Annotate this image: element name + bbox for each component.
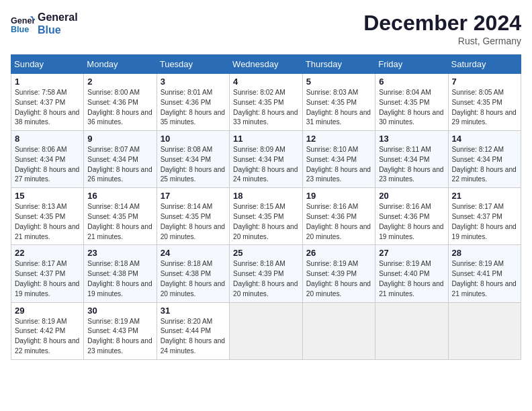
day-number: 24 [161, 248, 226, 258]
day-info: Sunrise: 8:18 AM Sunset: 4:39 PM Dayligh… [233, 259, 299, 299]
calendar-cell: 1 Sunrise: 7:58 AM Sunset: 4:37 PM Dayli… [11, 74, 84, 131]
calendar-cell: 31 Sunrise: 8:20 AM Sunset: 4:44 PM Dayl… [157, 302, 229, 359]
day-number: 14 [452, 134, 518, 144]
day-info: Sunrise: 8:03 AM Sunset: 4:35 PM Dayligh… [306, 88, 371, 128]
day-number: 13 [379, 134, 444, 144]
day-number: 6 [379, 77, 444, 87]
calendar-cell [375, 302, 448, 359]
title-area: December 2024 Rust, Germany [363, 11, 521, 46]
day-info: Sunrise: 8:19 AM Sunset: 4:41 PM Dayligh… [452, 259, 518, 299]
calendar-cell: 19 Sunrise: 8:16 AM Sunset: 4:36 PM Dayl… [302, 188, 375, 245]
calendar-cell: 20 Sunrise: 8:16 AM Sunset: 4:36 PM Dayl… [375, 188, 448, 245]
day-number: 22 [15, 248, 80, 258]
day-number: 19 [306, 191, 371, 201]
day-number: 9 [87, 134, 152, 144]
day-info: Sunrise: 8:07 AM Sunset: 4:34 PM Dayligh… [87, 145, 152, 185]
calendar-cell: 28 Sunrise: 8:19 AM Sunset: 4:41 PM Dayl… [448, 245, 521, 302]
logo-blue: Blue [38, 24, 78, 36]
calendar-week-1: 1 Sunrise: 7:58 AM Sunset: 4:37 PM Dayli… [11, 74, 521, 131]
calendar-table: SundayMondayTuesdayWednesdayThursdayFrid… [11, 54, 521, 360]
day-number: 10 [161, 134, 226, 144]
calendar-cell [302, 302, 375, 359]
calendar-cell: 2 Sunrise: 8:00 AM Sunset: 4:36 PM Dayli… [84, 74, 157, 131]
day-number: 16 [87, 191, 152, 201]
day-number: 27 [379, 248, 444, 258]
day-number: 21 [452, 191, 518, 201]
day-number: 1 [15, 77, 80, 87]
day-info: Sunrise: 8:19 AM Sunset: 4:43 PM Dayligh… [87, 317, 152, 357]
day-number: 30 [87, 306, 152, 316]
day-number: 11 [233, 134, 299, 144]
day-info: Sunrise: 8:09 AM Sunset: 4:34 PM Dayligh… [233, 145, 299, 185]
day-number: 18 [233, 191, 299, 201]
day-number: 2 [87, 77, 152, 87]
logo: General Blue General Blue [11, 11, 78, 36]
day-number: 17 [161, 191, 226, 201]
day-number: 29 [15, 306, 80, 316]
header-wednesday: Wednesday [230, 55, 303, 74]
calendar-cell: 18 Sunrise: 8:15 AM Sunset: 4:35 PM Dayl… [230, 188, 303, 245]
logo-icon: General Blue [11, 11, 35, 36]
header-friday: Friday [375, 55, 448, 74]
calendar-week-4: 22 Sunrise: 8:17 AM Sunset: 4:37 PM Dayl… [11, 245, 521, 302]
day-info: Sunrise: 8:18 AM Sunset: 4:38 PM Dayligh… [87, 259, 152, 299]
calendar-cell: 27 Sunrise: 8:19 AM Sunset: 4:40 PM Dayl… [375, 245, 448, 302]
day-info: Sunrise: 8:19 AM Sunset: 4:40 PM Dayligh… [379, 259, 444, 299]
calendar-cell: 16 Sunrise: 8:14 AM Sunset: 4:35 PM Dayl… [84, 188, 157, 245]
calendar-cell: 15 Sunrise: 8:13 AM Sunset: 4:35 PM Dayl… [11, 188, 84, 245]
calendar-cell: 30 Sunrise: 8:19 AM Sunset: 4:43 PM Dayl… [84, 302, 157, 359]
calendar-cell: 24 Sunrise: 8:18 AM Sunset: 4:38 PM Dayl… [157, 245, 229, 302]
calendar-cell: 11 Sunrise: 8:09 AM Sunset: 4:34 PM Dayl… [230, 131, 303, 188]
day-number: 26 [306, 248, 371, 258]
calendar-cell: 6 Sunrise: 8:04 AM Sunset: 4:35 PM Dayli… [375, 74, 448, 131]
day-info: Sunrise: 8:16 AM Sunset: 4:36 PM Dayligh… [306, 202, 371, 242]
calendar-cell: 9 Sunrise: 8:07 AM Sunset: 4:34 PM Dayli… [84, 131, 157, 188]
calendar-cell: 22 Sunrise: 8:17 AM Sunset: 4:37 PM Dayl… [11, 245, 84, 302]
calendar-week-5: 29 Sunrise: 8:19 AM Sunset: 4:42 PM Dayl… [11, 302, 521, 359]
day-info: Sunrise: 8:10 AM Sunset: 4:34 PM Dayligh… [306, 145, 371, 185]
day-number: 15 [15, 191, 80, 201]
svg-text:Blue: Blue [11, 25, 29, 34]
calendar-cell: 29 Sunrise: 8:19 AM Sunset: 4:42 PM Dayl… [11, 302, 84, 359]
calendar-header-row: SundayMondayTuesdayWednesdayThursdayFrid… [11, 55, 521, 74]
day-info: Sunrise: 8:19 AM Sunset: 4:39 PM Dayligh… [306, 259, 371, 299]
day-info: Sunrise: 8:18 AM Sunset: 4:38 PM Dayligh… [161, 259, 226, 299]
calendar-cell: 13 Sunrise: 8:11 AM Sunset: 4:34 PM Dayl… [375, 131, 448, 188]
day-number: 23 [87, 248, 152, 258]
calendar-body: 1 Sunrise: 7:58 AM Sunset: 4:37 PM Dayli… [11, 74, 521, 360]
calendar-week-2: 8 Sunrise: 8:06 AM Sunset: 4:34 PM Dayli… [11, 131, 521, 188]
header-monday: Monday [84, 55, 157, 74]
day-info: Sunrise: 8:15 AM Sunset: 4:35 PM Dayligh… [233, 202, 299, 242]
calendar-cell: 8 Sunrise: 8:06 AM Sunset: 4:34 PM Dayli… [11, 131, 84, 188]
day-info: Sunrise: 8:20 AM Sunset: 4:44 PM Dayligh… [161, 317, 226, 357]
calendar-cell: 26 Sunrise: 8:19 AM Sunset: 4:39 PM Dayl… [302, 245, 375, 302]
day-info: Sunrise: 8:17 AM Sunset: 4:37 PM Dayligh… [15, 259, 80, 299]
calendar-cell: 10 Sunrise: 8:08 AM Sunset: 4:34 PM Dayl… [157, 131, 229, 188]
calendar-cell: 4 Sunrise: 8:02 AM Sunset: 4:35 PM Dayli… [230, 74, 303, 131]
day-number: 31 [161, 306, 226, 316]
day-number: 7 [452, 77, 518, 87]
calendar-cell: 14 Sunrise: 8:12 AM Sunset: 4:34 PM Dayl… [448, 131, 521, 188]
day-number: 5 [306, 77, 371, 87]
calendar-cell: 21 Sunrise: 8:17 AM Sunset: 4:37 PM Dayl… [448, 188, 521, 245]
calendar-cell [448, 302, 521, 359]
day-info: Sunrise: 8:02 AM Sunset: 4:35 PM Dayligh… [233, 88, 299, 128]
header-sunday: Sunday [11, 55, 84, 74]
header-saturday: Saturday [448, 55, 521, 74]
calendar-cell: 25 Sunrise: 8:18 AM Sunset: 4:39 PM Dayl… [230, 245, 303, 302]
day-info: Sunrise: 8:01 AM Sunset: 4:36 PM Dayligh… [161, 88, 226, 128]
day-info: Sunrise: 8:13 AM Sunset: 4:35 PM Dayligh… [15, 202, 80, 242]
day-number: 8 [15, 134, 80, 144]
day-info: Sunrise: 8:19 AM Sunset: 4:42 PM Dayligh… [15, 317, 80, 357]
calendar-cell [230, 302, 303, 359]
header-tuesday: Tuesday [157, 55, 229, 74]
day-info: Sunrise: 8:14 AM Sunset: 4:35 PM Dayligh… [87, 202, 152, 242]
calendar-week-3: 15 Sunrise: 8:13 AM Sunset: 4:35 PM Dayl… [11, 188, 521, 245]
header-thursday: Thursday [302, 55, 375, 74]
day-info: Sunrise: 8:00 AM Sunset: 4:36 PM Dayligh… [87, 88, 152, 128]
calendar-cell: 7 Sunrise: 8:05 AM Sunset: 4:35 PM Dayli… [448, 74, 521, 131]
day-number: 3 [161, 77, 226, 87]
day-info: Sunrise: 8:17 AM Sunset: 4:37 PM Dayligh… [452, 202, 518, 242]
logo-general: General [38, 11, 78, 24]
calendar-cell: 12 Sunrise: 8:10 AM Sunset: 4:34 PM Dayl… [302, 131, 375, 188]
